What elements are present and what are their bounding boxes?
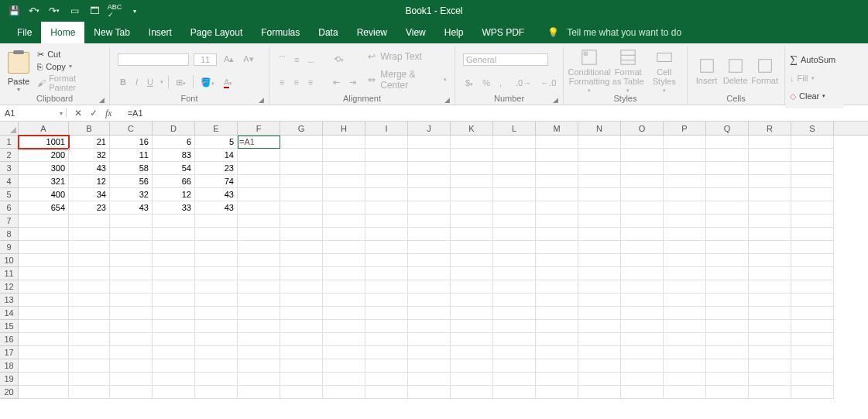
cell[interactable] bbox=[664, 175, 706, 188]
cell[interactable] bbox=[493, 333, 536, 346]
accounting-format-button[interactable]: $▾ bbox=[463, 77, 475, 88]
cell[interactable] bbox=[323, 241, 365, 254]
cell[interactable] bbox=[323, 373, 365, 386]
cell[interactable] bbox=[578, 254, 621, 267]
tab-review[interactable]: Review bbox=[348, 22, 396, 43]
cell[interactable] bbox=[365, 267, 408, 280]
cell[interactable] bbox=[323, 254, 365, 267]
cell[interactable] bbox=[365, 149, 408, 162]
cell[interactable] bbox=[706, 320, 749, 333]
cell[interactable] bbox=[195, 294, 238, 307]
cell[interactable] bbox=[791, 228, 834, 241]
cell[interactable] bbox=[451, 386, 493, 399]
cell[interactable] bbox=[153, 373, 195, 386]
fill-color-button[interactable]: 🪣▾ bbox=[198, 77, 217, 88]
cell[interactable] bbox=[536, 241, 578, 254]
align-center-icon[interactable]: ≡ bbox=[291, 77, 300, 88]
cell[interactable] bbox=[621, 162, 664, 175]
cell[interactable] bbox=[195, 254, 238, 267]
italic-button[interactable]: I bbox=[133, 77, 140, 88]
row-header[interactable]: 10 bbox=[0, 254, 18, 267]
cell[interactable] bbox=[706, 228, 749, 241]
cell[interactable] bbox=[451, 149, 493, 162]
cell[interactable] bbox=[791, 136, 834, 149]
cell[interactable] bbox=[153, 215, 195, 228]
cell[interactable] bbox=[578, 346, 621, 359]
paste-button[interactable]: Paste ▾ bbox=[5, 48, 33, 94]
cell[interactable] bbox=[408, 359, 451, 373]
cell[interactable] bbox=[408, 254, 451, 267]
row-header[interactable]: 4 bbox=[0, 175, 18, 188]
cell[interactable] bbox=[408, 136, 451, 149]
cell[interactable] bbox=[493, 346, 536, 359]
row-header[interactable]: 11 bbox=[0, 267, 18, 280]
cell[interactable] bbox=[706, 333, 749, 346]
cell[interactable] bbox=[791, 294, 834, 307]
column-header[interactable]: S bbox=[791, 122, 834, 135]
cell[interactable] bbox=[323, 307, 365, 320]
cell[interactable] bbox=[664, 254, 706, 267]
cell[interactable] bbox=[791, 386, 834, 399]
cell[interactable] bbox=[621, 254, 664, 267]
cell[interactable] bbox=[19, 241, 69, 254]
cell[interactable] bbox=[536, 280, 578, 294]
decrease-font-icon[interactable]: A▾ bbox=[241, 53, 256, 65]
cell[interactable] bbox=[536, 294, 578, 307]
cell[interactable] bbox=[791, 267, 834, 280]
insert-cells-button[interactable]: Insert bbox=[692, 48, 721, 94]
cell[interactable]: 16 bbox=[110, 136, 153, 149]
cell[interactable] bbox=[153, 333, 195, 346]
cell[interactable] bbox=[578, 215, 621, 228]
cell[interactable]: 5 bbox=[195, 136, 238, 149]
cell[interactable] bbox=[110, 267, 153, 280]
cell[interactable] bbox=[749, 373, 791, 386]
format-cells-button[interactable]: Format bbox=[750, 48, 780, 94]
cell[interactable] bbox=[791, 215, 834, 228]
decrease-decimal-icon[interactable]: ←.0 bbox=[538, 77, 558, 88]
cell[interactable] bbox=[749, 359, 791, 373]
cell[interactable] bbox=[19, 373, 69, 386]
cell[interactable] bbox=[153, 346, 195, 359]
cell[interactable] bbox=[323, 149, 365, 162]
tab-formulas[interactable]: Formulas bbox=[252, 22, 309, 43]
cell[interactable] bbox=[749, 215, 791, 228]
cell[interactable]: 43 bbox=[110, 201, 153, 215]
cell[interactable] bbox=[664, 215, 706, 228]
cell[interactable] bbox=[706, 254, 749, 267]
cell[interactable] bbox=[280, 228, 323, 241]
cell[interactable] bbox=[706, 162, 749, 175]
cell[interactable] bbox=[19, 254, 69, 267]
align-bottom-icon[interactable]: ⎵ bbox=[306, 54, 316, 65]
cell[interactable] bbox=[408, 228, 451, 241]
cell[interactable] bbox=[195, 228, 238, 241]
cell[interactable] bbox=[408, 294, 451, 307]
cell[interactable] bbox=[195, 307, 238, 320]
cell[interactable] bbox=[365, 386, 408, 399]
cell[interactable] bbox=[664, 162, 706, 175]
cell[interactable] bbox=[69, 254, 110, 267]
cell[interactable] bbox=[110, 359, 153, 373]
format-as-table-button[interactable]: Format as Table▾ bbox=[610, 48, 647, 94]
cells-area[interactable]: 1001211665=A1200321183143004358542332112… bbox=[19, 136, 868, 399]
formula-input[interactable]: =A1 bbox=[120, 108, 868, 118]
cell[interactable] bbox=[280, 267, 323, 280]
cell[interactable] bbox=[69, 333, 110, 346]
cell[interactable] bbox=[323, 346, 365, 359]
cell[interactable]: 54 bbox=[153, 162, 195, 175]
cell[interactable] bbox=[69, 307, 110, 320]
customize-qat-icon[interactable]: ▾ bbox=[129, 5, 141, 17]
cell[interactable] bbox=[365, 280, 408, 294]
cell[interactable] bbox=[19, 267, 69, 280]
redo-icon[interactable]: ↷▾ bbox=[48, 5, 60, 17]
cell[interactable] bbox=[153, 294, 195, 307]
align-left-icon[interactable]: ≡ bbox=[277, 77, 286, 88]
name-box-dropdown-icon[interactable]: ▾ bbox=[60, 110, 63, 117]
copy-button[interactable]: ⎘Copy▾ bbox=[36, 61, 105, 72]
increase-decimal-icon[interactable]: .0→ bbox=[513, 77, 533, 88]
merge-center-button[interactable]: ⇔Merge & Center▾ bbox=[368, 68, 447, 91]
cell[interactable] bbox=[621, 294, 664, 307]
cell[interactable] bbox=[451, 136, 493, 149]
cell[interactable] bbox=[536, 162, 578, 175]
increase-font-icon[interactable]: A▴ bbox=[221, 53, 236, 65]
cell[interactable] bbox=[664, 359, 706, 373]
